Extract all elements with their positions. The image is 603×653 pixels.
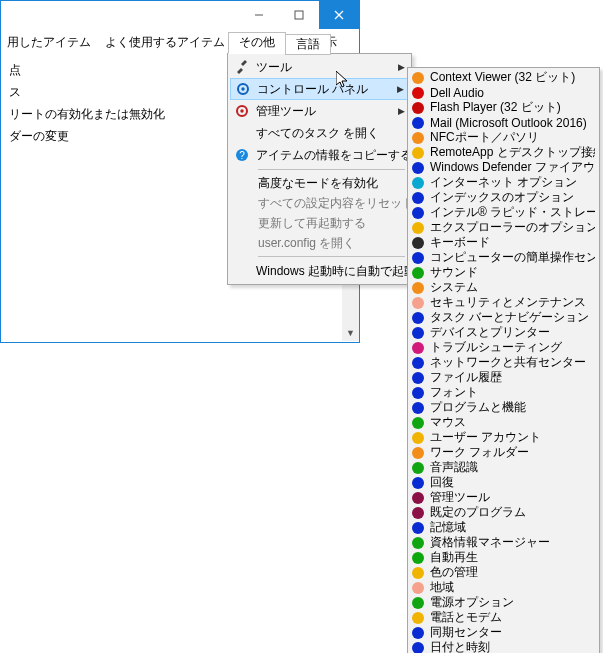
color-dot-icon <box>412 72 424 84</box>
color-dot-icon <box>412 567 424 579</box>
color-dot-icon <box>412 147 424 159</box>
color-dot-icon <box>412 102 424 114</box>
gear-icon <box>235 81 251 97</box>
submenu-item[interactable]: マウス <box>410 415 597 430</box>
submenu-item[interactable]: Context Viewer (32 ビット) <box>410 70 597 85</box>
submenu-item[interactable]: 日付と時刻 <box>410 640 597 653</box>
submenu-item[interactable]: Flash Player (32 ビット) <box>410 100 597 115</box>
color-dot-icon <box>412 207 424 219</box>
submenu-item[interactable]: Mail (Microsoft Outlook 2016) <box>410 115 597 130</box>
tabstrip: その他 言語 <box>228 32 330 54</box>
submenu-item[interactable]: Dell Audio <box>410 85 597 100</box>
color-dot-icon <box>412 522 424 534</box>
color-dot-icon <box>412 597 424 609</box>
submenu-item[interactable]: インターネット オプション <box>410 175 597 190</box>
color-dot-icon <box>412 252 424 264</box>
submenu-item[interactable]: エクスプローラーのオプション <box>410 220 597 235</box>
blank-icon <box>234 125 250 141</box>
color-dot-icon <box>412 132 424 144</box>
submenu-item[interactable]: ネットワークと共有センター <box>410 355 597 370</box>
toolbar-item[interactable]: 用したアイテム <box>7 34 91 51</box>
submenu-item[interactable]: 記憶域 <box>410 520 597 535</box>
color-dot-icon <box>412 387 424 399</box>
chevron-right-icon: ▶ <box>398 62 405 72</box>
color-dot-icon <box>412 642 424 654</box>
tab-language[interactable]: 言語 <box>285 34 331 55</box>
submenu-item[interactable]: 回復 <box>410 475 597 490</box>
menu-item-reset-settings[interactable]: すべての設定内容をリセットする <box>230 193 409 213</box>
color-dot-icon <box>412 432 424 444</box>
color-dot-icon <box>412 237 424 249</box>
submenu-item[interactable]: コンピューターの簡単操作センター <box>410 250 597 265</box>
submenu-item[interactable]: ファイル履歴 <box>410 370 597 385</box>
submenu-item[interactable]: 音声認識 <box>410 460 597 475</box>
color-dot-icon <box>412 282 424 294</box>
toolbar-item[interactable]: よく使用するアイテム <box>105 34 225 51</box>
titlebar <box>1 1 359 29</box>
color-dot-icon <box>412 297 424 309</box>
submenu-item[interactable]: インテル® ラピッド・ストレージ・テクノロジー <box>410 205 597 220</box>
menu-item-open-all-tasks[interactable]: すべてのタスク を開く <box>230 122 409 144</box>
menu-item-tools[interactable]: ツール ▶ <box>230 56 409 78</box>
submenu-item[interactable]: 同期センター <box>410 625 597 640</box>
submenu-item[interactable]: トラブルシューティング <box>410 340 597 355</box>
submenu-label: 日付と時刻 <box>430 639 490 653</box>
color-dot-icon <box>412 507 424 519</box>
color-dot-icon <box>412 582 424 594</box>
submenu-item[interactable]: タスク バーとナビゲーション <box>410 310 597 325</box>
color-dot-icon <box>412 627 424 639</box>
chevron-right-icon: ▶ <box>397 84 404 94</box>
blank-icon <box>234 263 250 279</box>
svg-text:?: ? <box>239 150 245 161</box>
color-dot-icon <box>412 477 424 489</box>
color-dot-icon <box>412 417 424 429</box>
submenu-item[interactable]: ワーク フォルダー <box>410 445 597 460</box>
color-dot-icon <box>412 342 424 354</box>
svg-point-7 <box>240 109 243 112</box>
submenu-item[interactable]: 管理ツール <box>410 490 597 505</box>
close-button[interactable] <box>319 1 359 29</box>
help-icon: ? <box>234 147 250 163</box>
submenu-item[interactable]: 資格情報マネージャー <box>410 535 597 550</box>
menu-item-restart[interactable]: 更新して再起動する <box>230 213 409 233</box>
submenu-item[interactable]: ユーザー アカウント <box>410 430 597 445</box>
menu-item-copy-info[interactable]: ? アイテムの情報をコピーする <box>230 144 409 166</box>
menu-item-open-userconfig[interactable]: user.config を開く <box>230 233 409 253</box>
submenu-item[interactable]: 電話とモデム <box>410 610 597 625</box>
color-dot-icon <box>412 357 424 369</box>
submenu-item[interactable]: 地域 <box>410 580 597 595</box>
tab-other[interactable]: その他 <box>228 32 286 54</box>
control-panel-submenu: Context Viewer (32 ビット)Dell AudioFlash P… <box>407 67 600 653</box>
scroll-down-icon[interactable]: ▼ <box>342 324 359 341</box>
color-dot-icon <box>412 192 424 204</box>
submenu-label: Context Viewer (32 ビット) <box>430 69 575 86</box>
submenu-item[interactable]: サウンド <box>410 265 597 280</box>
menu-label: コントロール パネル <box>257 81 391 98</box>
color-dot-icon <box>412 372 424 384</box>
maximize-button[interactable] <box>279 1 319 29</box>
submenu-item[interactable]: 自動再生 <box>410 550 597 565</box>
menu-item-advanced-mode[interactable]: 高度なモードを有効化 <box>230 173 409 193</box>
submenu-item[interactable]: フォント <box>410 385 597 400</box>
submenu-item[interactable]: RemoteApp とデスクトップ接続 <box>410 145 597 160</box>
color-dot-icon <box>412 552 424 564</box>
minimize-button[interactable] <box>239 1 279 29</box>
submenu-item[interactable]: デバイスとプリンター <box>410 325 597 340</box>
submenu-item[interactable]: NFCポート／パソリ <box>410 130 597 145</box>
submenu-item[interactable]: インデックスのオプション <box>410 190 597 205</box>
menu-item-admin-tools[interactable]: 管理ツール ▶ <box>230 100 409 122</box>
menu-label: すべてのタスク を開く <box>256 125 405 142</box>
submenu-item[interactable]: 既定のプログラム <box>410 505 597 520</box>
submenu-item[interactable]: プログラムと機能 <box>410 400 597 415</box>
menu-item-run-at-startup[interactable]: Windows 起動時に自動で起動する <box>230 260 409 282</box>
menu-label: ツール <box>256 59 392 76</box>
submenu-item[interactable]: キーボード <box>410 235 597 250</box>
menu-item-control-panel[interactable]: コントロール パネル ▶ <box>230 78 409 100</box>
submenu-item[interactable]: Windows Defender ファイアウォール <box>410 160 597 175</box>
submenu-item[interactable]: 電源オプション <box>410 595 597 610</box>
color-dot-icon <box>412 87 424 99</box>
submenu-item[interactable]: システム <box>410 280 597 295</box>
submenu-item[interactable]: セキュリティとメンテナンス <box>410 295 597 310</box>
submenu-item[interactable]: 色の管理 <box>410 565 597 580</box>
gear-icon <box>234 103 250 119</box>
